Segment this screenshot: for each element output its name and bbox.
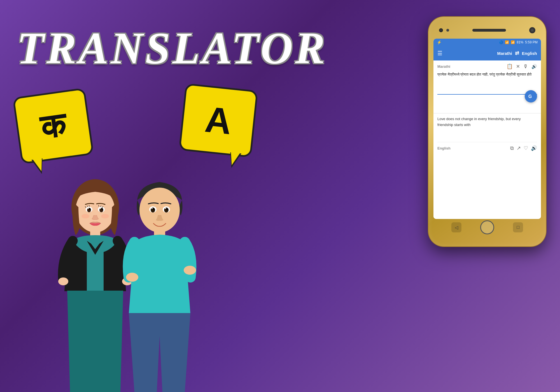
bubble-right-character: A <box>203 98 234 143</box>
back-button[interactable]: ◁ <box>451 222 461 232</box>
google-translate-icon: G <box>528 93 534 100</box>
phone-nav-bar: ◁ □ <box>433 219 541 236</box>
svg-point-7 <box>101 208 103 210</box>
svg-point-28 <box>184 266 196 275</box>
front-camera-dot <box>439 28 443 32</box>
svg-point-17 <box>139 188 180 232</box>
status-wifi-icon: 📶 <box>505 40 509 44</box>
phone-container: ⚡ 🔵 📶 📶 81% 5:59 PM ☰ Marathi ⇄ English <box>428 17 546 246</box>
input-section: Marathi 📋 ✕ 🎙 🔊 प्रत्येक मैत्रीमध्ये प्र… <box>433 60 541 113</box>
svg-point-20 <box>151 207 155 213</box>
sensor-dot <box>446 29 449 32</box>
translate-button-row: G <box>437 94 537 110</box>
svg-point-8 <box>88 208 89 209</box>
app-title: TRANSLATOR <box>17 22 327 74</box>
status-time: 5:59 PM <box>525 40 538 44</box>
source-text[interactable]: प्रत्येक मैत्रीमध्ये प्रेमात बदल होत नाह… <box>437 72 537 94</box>
status-signal-icon: 📶 <box>511 40 515 44</box>
home-button[interactable] <box>480 220 494 234</box>
input-language-label: Marathi <box>437 64 450 69</box>
svg-point-23 <box>166 208 168 210</box>
target-language[interactable]: English <box>522 51 537 56</box>
phone-speaker-grille <box>472 29 506 32</box>
output-footer: English ⧉ ↗ ♡ 🔊 <box>437 142 537 151</box>
status-usb-icon: ⚡ <box>437 40 442 45</box>
male-character-svg <box>120 174 199 392</box>
status-battery: 81% <box>517 40 523 44</box>
tts-output-icon[interactable]: 🔊 <box>531 145 537 151</box>
output-section: Love does not change in every friendship… <box>433 113 541 219</box>
input-action-icons: 📋 ✕ 🎙 🔊 <box>507 63 537 69</box>
phone-frame: ⚡ 🔵 📶 📶 81% 5:59 PM ☰ Marathi ⇄ English <box>428 17 546 246</box>
male-character <box>120 174 199 392</box>
recents-button[interactable]: □ <box>513 222 523 232</box>
bubble-left: क <box>13 88 94 164</box>
translated-text: Love does not change in every friendship… <box>437 116 537 139</box>
svg-rect-14 <box>97 370 106 392</box>
paste-icon[interactable]: 📋 <box>507 63 513 69</box>
svg-point-6 <box>89 208 91 210</box>
bubble-right: A <box>179 83 258 158</box>
output-action-icons: ⧉ ↗ ♡ 🔊 <box>510 145 537 151</box>
phone-screen: ⚡ 🔵 📶 📶 81% 5:59 PM ☰ Marathi ⇄ English <box>433 39 541 219</box>
svg-point-25 <box>165 208 166 209</box>
svg-point-9 <box>100 208 101 209</box>
source-language[interactable]: Marathi <box>497 51 512 56</box>
svg-point-10 <box>81 214 89 218</box>
share-icon[interactable]: ↗ <box>517 145 521 151</box>
language-selector: Marathi ⇄ English <box>497 50 537 56</box>
microphone-icon[interactable]: 🎙 <box>523 64 528 69</box>
bubble-left-character: क <box>38 105 69 147</box>
rear-camera <box>529 27 535 33</box>
svg-point-15 <box>58 277 68 285</box>
svg-point-27 <box>126 273 138 282</box>
status-bar: ⚡ 🔵 📶 📶 81% 5:59 PM <box>433 39 541 46</box>
menu-icon[interactable]: ☰ <box>437 50 442 57</box>
status-location-icon: 🔵 <box>499 40 503 44</box>
svg-point-24 <box>151 208 153 209</box>
copy-icon[interactable]: ⧉ <box>510 145 514 151</box>
translate-button[interactable]: G <box>525 90 537 102</box>
swap-languages-icon[interactable]: ⇄ <box>515 50 519 56</box>
svg-point-11 <box>101 214 109 218</box>
output-language-label: English <box>437 146 451 150</box>
input-header: Marathi 📋 ✕ 🎙 🔊 <box>437 63 537 69</box>
tts-input-icon[interactable]: 🔊 <box>531 64 537 69</box>
phone-top-bar <box>433 22 541 39</box>
clear-icon[interactable]: ✕ <box>516 64 520 69</box>
svg-rect-13 <box>84 370 94 392</box>
svg-text:G: G <box>528 94 532 99</box>
svg-point-22 <box>153 208 155 210</box>
favorite-icon[interactable]: ♡ <box>524 145 528 151</box>
app-toolbar: ☰ Marathi ⇄ English <box>433 46 541 60</box>
phone-camera-left-group <box>439 28 449 32</box>
svg-point-21 <box>164 207 169 213</box>
